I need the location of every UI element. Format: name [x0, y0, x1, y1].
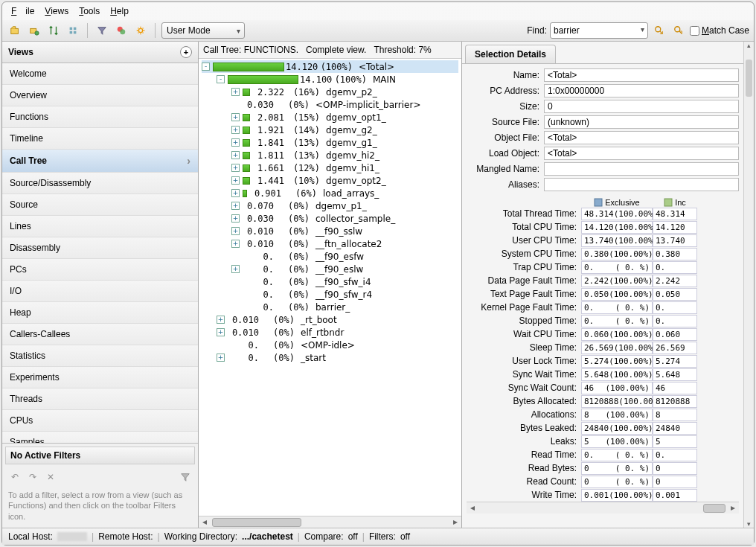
views-header: Views + [2, 42, 198, 63]
find-prev-icon[interactable] [670, 22, 687, 39]
v-scrollbar[interactable]: ▴▾ [743, 42, 754, 528]
view-item-experiments[interactable]: Experiments [2, 367, 198, 388]
expand-toggle[interactable]: + [231, 227, 240, 235]
view-item-timeline[interactable]: Timeline [2, 128, 198, 150]
filter-funnel-icon[interactable] [177, 469, 193, 485]
settings-icon[interactable] [132, 22, 149, 39]
remove-filter-icon[interactable]: ✕ [42, 469, 59, 485]
compare-icon[interactable] [45, 22, 62, 39]
view-item-callers-callees[interactable]: Callers-Callees [2, 324, 198, 345]
expand-toggle[interactable]: + [231, 126, 240, 134]
menu-help[interactable]: Help [106, 4, 133, 18]
mode-combo[interactable]: User Mode [161, 22, 245, 39]
metric-row: Sleep Time:26.569(100.00%)26.569 [467, 341, 739, 354]
toolbar: User Mode Find: ▾ Match Case [2, 20, 754, 42]
expand-toggle[interactable]: + [231, 189, 240, 197]
tree-row[interactable]: +1.841(13%)dgemv_g1_ [202, 136, 458, 149]
view-item-source-disassembly[interactable]: Source/Disassembly [2, 173, 198, 194]
view-item-pcs[interactable]: PCs [2, 259, 198, 281]
expand-toggle[interactable]: + [231, 164, 240, 172]
metric-row: Leaks:5(100.00%)5 [467, 435, 739, 448]
filter-icon[interactable] [94, 22, 110, 39]
tree-row[interactable]: +0.010(0%)elf_rtbndr [202, 326, 458, 339]
view-item-samples[interactable]: Samples [2, 432, 198, 443]
tree-row[interactable]: +2.081(15%)dgemv_opt1_ [202, 111, 458, 124]
tree-row[interactable]: 0.(0%)barrier_ [202, 301, 458, 313]
tree-row[interactable]: +0.901(6%)load_arrays_ [202, 187, 458, 199]
metric-row: Bytes Leaked:24840(100.00%)24840 [467, 421, 739, 435]
tree-row[interactable]: +1.441(10%)dgemv_opt2_ [202, 174, 458, 187]
expand-toggle[interactable]: + [217, 354, 225, 362]
view-item-disassembly[interactable]: Disassembly [2, 237, 198, 259]
view-item-overview[interactable]: Overview [2, 85, 198, 106]
view-item-heap[interactable]: Heap [2, 302, 198, 324]
detail-row: PC Address:1:0x00000000 [467, 84, 739, 97]
view-item-functions[interactable]: Functions [2, 106, 198, 128]
add-experiment-icon[interactable] [26, 22, 42, 39]
svg-point-8 [120, 29, 125, 34]
find-label: Find: [527, 25, 547, 36]
functions-color-icon[interactable] [113, 22, 129, 39]
view-item-welcome[interactable]: Welcome [2, 63, 198, 85]
find-input[interactable] [550, 22, 648, 39]
tree-row[interactable]: 0.(0%)<OMP-idle> [202, 339, 458, 351]
divider [87, 23, 88, 38]
tree-row[interactable]: 0.(0%)__f90_esfw [202, 250, 458, 263]
divider [155, 23, 156, 38]
tree-row[interactable]: +0.(0%)_start [202, 351, 458, 364]
expand-toggle[interactable]: + [231, 138, 240, 147]
add-view-button[interactable]: + [180, 46, 192, 58]
expand-toggle[interactable]: - [217, 75, 225, 83]
view-item-call-tree[interactable]: Call Tree [2, 150, 198, 173]
aggregate-icon[interactable] [65, 22, 81, 39]
tree-row[interactable]: +0.070(0%)dgemv_p1_ [202, 199, 458, 212]
tree-row[interactable]: +2.322(16%)dgemv_p2_ [202, 86, 458, 98]
tree-row[interactable]: +0.030(0%)collector_sample_ [202, 212, 458, 225]
redo-filter-icon[interactable]: ↷ [25, 469, 41, 485]
tree-row[interactable]: 0.(0%)__f90_sfw_r4 [202, 288, 458, 301]
view-item-statistics[interactable]: Statistics [2, 345, 198, 367]
h-scrollbar-right[interactable]: ◂▸ [467, 502, 739, 514]
view-item-cpus[interactable]: CPUs [2, 410, 198, 432]
selection-details-tab[interactable]: Selection Details [465, 45, 556, 63]
match-case-checkbox[interactable]: Match Case [690, 25, 749, 36]
h-scrollbar[interactable]: ◂▸ [199, 516, 461, 528]
tree-row[interactable]: -14.100(100%)MAIN [202, 73, 458, 86]
views-list: WelcomeOverviewFunctionsTimelineCall Tre… [2, 63, 198, 443]
expand-toggle[interactable]: + [231, 151, 240, 159]
expand-toggle[interactable]: + [217, 316, 225, 324]
menu-views[interactable]: Views [40, 4, 73, 18]
tree-row[interactable]: +0.(0%)__f90_eslw [202, 263, 458, 275]
call-tree[interactable]: -14.120(100%)<Total>-14.100(100%)MAIN+2.… [199, 59, 461, 516]
svg-point-2 [35, 31, 39, 35]
view-item-source[interactable]: Source [2, 194, 198, 216]
expand-toggle[interactable]: + [231, 265, 240, 273]
tree-row[interactable]: +0.010(0%)__ftn_allocate2 [202, 237, 458, 250]
detail-field: 1:0x00000000 [544, 84, 739, 97]
menu-file[interactable]: File [7, 4, 39, 18]
expand-toggle[interactable]: + [231, 202, 240, 210]
tree-row[interactable]: +1.811(13%)dgemv_hi2_ [202, 149, 458, 161]
view-item-i-o[interactable]: I/O [2, 281, 198, 302]
expand-toggle[interactable]: + [231, 240, 240, 248]
menu-tools[interactable]: Tools [74, 4, 104, 18]
expand-toggle[interactable]: + [231, 88, 240, 96]
tree-row[interactable]: +1.661(12%)dgemv_hi1_ [202, 161, 458, 174]
tree-row[interactable]: 0.030(0%)<OMP-implicit_barrier> [202, 98, 458, 111]
tree-row[interactable]: -14.120(100%)<Total> [202, 60, 458, 73]
expand-toggle[interactable]: + [231, 214, 240, 223]
tree-row[interactable]: +0.010(0%)_rt_boot [202, 313, 458, 326]
tree-row[interactable]: +0.010(0%)__f90_sslw [202, 225, 458, 237]
find-next-icon[interactable] [651, 22, 667, 39]
view-item-threads[interactable]: Threads [2, 388, 198, 410]
view-item-lines[interactable]: Lines [2, 216, 198, 237]
tree-row[interactable]: 0.(0%)__f90_sfw_i4 [202, 275, 458, 288]
expand-toggle[interactable]: - [202, 63, 210, 71]
tree-row[interactable]: +1.921(14%)dgemv_g2_ [202, 124, 458, 136]
expand-toggle[interactable]: + [231, 176, 240, 185]
undo-filter-icon[interactable]: ↶ [7, 469, 23, 485]
open-experiment-icon[interactable] [7, 22, 23, 39]
expand-toggle[interactable]: + [231, 113, 240, 121]
local-host-value [57, 532, 87, 541]
expand-toggle[interactable]: + [217, 328, 225, 336]
